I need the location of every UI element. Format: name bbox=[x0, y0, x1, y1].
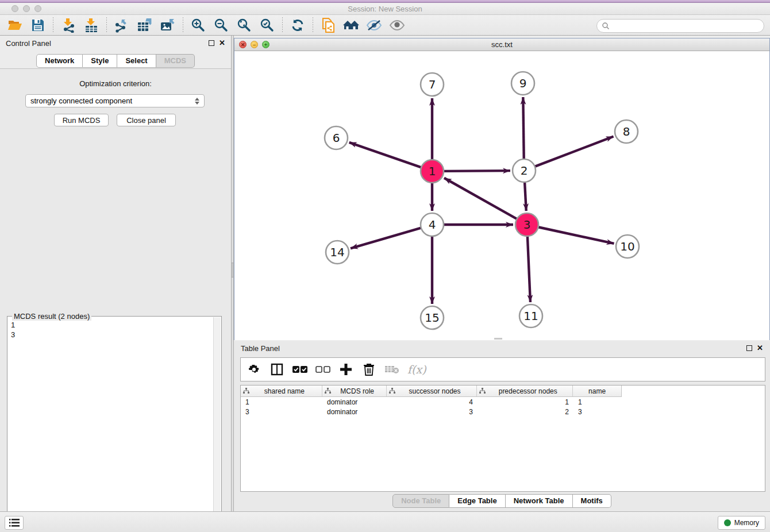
table-row[interactable]: 1dominator411 bbox=[241, 397, 765, 407]
zoom-in-icon[interactable] bbox=[188, 16, 208, 34]
edge-2-8[interactable] bbox=[535, 137, 614, 167]
add-column-icon[interactable] bbox=[338, 362, 353, 377]
zoom-window-icon[interactable] bbox=[34, 5, 41, 12]
cell-successor-nodes[interactable]: 3 bbox=[387, 408, 478, 416]
close-window-icon[interactable] bbox=[11, 5, 18, 12]
tab-mcds[interactable]: MCDS bbox=[156, 54, 195, 68]
column-header-predecessor-nodes[interactable]: predecessor nodes bbox=[477, 385, 573, 396]
refresh-view-icon[interactable] bbox=[288, 16, 307, 34]
cell-predecessor-nodes[interactable]: 2 bbox=[478, 408, 573, 416]
minimize-window-icon[interactable] bbox=[23, 5, 30, 12]
settings-gear-icon[interactable] bbox=[247, 362, 261, 377]
delete-column-icon[interactable] bbox=[361, 362, 376, 377]
search-field[interactable] bbox=[596, 19, 764, 33]
tab-select[interactable]: Select bbox=[117, 54, 156, 68]
import-network-icon[interactable] bbox=[59, 16, 78, 34]
close-table-panel-icon[interactable]: ✕ bbox=[757, 345, 763, 351]
splitter-handle[interactable] bbox=[232, 263, 233, 277]
network-close-icon[interactable]: ✕ bbox=[239, 41, 247, 48]
graph-node-14[interactable]: 14 bbox=[326, 241, 349, 264]
zoom-fit-icon[interactable] bbox=[234, 16, 254, 34]
edge-1-6[interactable] bbox=[349, 142, 421, 168]
houses-icon[interactable] bbox=[341, 16, 361, 34]
memory-button[interactable]: Memory bbox=[718, 516, 765, 530]
tab-node-table[interactable]: Node Table bbox=[392, 494, 449, 508]
function-builder-icon[interactable]: f(x) bbox=[407, 363, 426, 376]
column-header-MCDS-role[interactable]: MCDS role bbox=[322, 385, 387, 396]
tab-network[interactable]: Network bbox=[36, 54, 83, 68]
export-table-icon[interactable] bbox=[135, 16, 155, 34]
select-all-icon[interactable] bbox=[292, 362, 307, 377]
column-header-successor-nodes[interactable]: successor nodes bbox=[387, 385, 478, 396]
float-table-panel-icon[interactable] bbox=[746, 345, 752, 351]
edge-2-3[interactable] bbox=[525, 182, 526, 211]
network-minimize-icon[interactable]: – bbox=[251, 41, 258, 48]
node-table[interactable]: shared nameMCDS rolesuccessor nodesprede… bbox=[240, 385, 765, 492]
edge-2-9[interactable] bbox=[523, 97, 523, 159]
tab-network-table[interactable]: Network Table bbox=[506, 494, 573, 508]
graph-node-1[interactable]: 1 bbox=[421, 160, 444, 183]
float-panel-icon[interactable] bbox=[209, 40, 214, 46]
network-maximize-icon[interactable]: + bbox=[262, 41, 270, 48]
export-network-icon[interactable] bbox=[112, 16, 132, 34]
edge-3-1[interactable] bbox=[444, 178, 517, 219]
graph-node-6[interactable]: 6 bbox=[325, 126, 348, 149]
zoom-out-icon[interactable] bbox=[211, 16, 231, 34]
save-session-icon[interactable] bbox=[28, 16, 48, 34]
graph-node-7[interactable]: 7 bbox=[421, 73, 444, 96]
edge-1-2[interactable] bbox=[444, 171, 510, 171]
mcds-result-title: MCDS result (2 nodes) bbox=[12, 312, 91, 321]
open-file-icon[interactable] bbox=[5, 16, 25, 34]
graph-node-4[interactable]: 4 bbox=[421, 213, 444, 236]
graph-node-8[interactable]: 8 bbox=[615, 120, 638, 143]
network-graph[interactable]: 7968124314101511 bbox=[234, 51, 769, 340]
table-row[interactable]: 3dominator323 bbox=[241, 407, 765, 417]
mcds-result-list[interactable]: 13 bbox=[11, 320, 212, 530]
network-resize-handle[interactable] bbox=[494, 338, 502, 340]
cell-successor-nodes[interactable]: 4 bbox=[387, 398, 478, 406]
run-mcds-button[interactable]: Run MCDS bbox=[54, 114, 109, 126]
cell-shared-name[interactable]: 3 bbox=[241, 408, 322, 416]
graph-node-10[interactable]: 10 bbox=[616, 235, 639, 258]
network-window-titlebar[interactable]: ✕ – + scc.txt bbox=[234, 38, 769, 51]
graph-node-15[interactable]: 15 bbox=[421, 306, 444, 329]
cell-name[interactable]: 1 bbox=[573, 398, 622, 406]
tab-style[interactable]: Style bbox=[83, 54, 117, 68]
network-view-window: ✕ – + scc.txt 7968124314101511 bbox=[234, 38, 770, 340]
import-table-icon[interactable] bbox=[82, 16, 101, 34]
graph-node-9[interactable]: 9 bbox=[511, 72, 534, 95]
deselect-all-icon[interactable] bbox=[315, 362, 330, 377]
show-eye-icon[interactable] bbox=[387, 16, 407, 34]
cell-MCDS-role[interactable]: dominator bbox=[322, 408, 387, 416]
cell-predecessor-nodes[interactable]: 1 bbox=[478, 398, 573, 406]
graph-node-3[interactable]: 3 bbox=[515, 213, 538, 236]
cell-shared-name[interactable]: 1 bbox=[241, 398, 322, 406]
delete-table-icon[interactable] bbox=[384, 362, 399, 377]
tab-motifs[interactable]: Motifs bbox=[573, 494, 611, 508]
cell-name[interactable]: 3 bbox=[573, 408, 622, 416]
zoom-selected-icon[interactable] bbox=[257, 16, 277, 34]
table-panel-title: Table Panel bbox=[241, 344, 746, 353]
edge-3-11[interactable] bbox=[528, 236, 530, 302]
edge-4-14[interactable] bbox=[351, 228, 421, 249]
export-image-icon[interactable] bbox=[158, 16, 178, 34]
result-scrollbar[interactable] bbox=[213, 317, 221, 532]
network-snapshot-icon[interactable] bbox=[318, 16, 338, 34]
edge-3-10[interactable] bbox=[538, 227, 614, 244]
network-canvas[interactable]: 7968124314101511 bbox=[234, 51, 769, 340]
optimization-criterion-select[interactable]: strongly connected component bbox=[25, 94, 205, 107]
hide-selected-eye-icon[interactable] bbox=[364, 16, 384, 34]
graph-node-11[interactable]: 11 bbox=[519, 304, 542, 327]
cell-MCDS-role[interactable]: dominator bbox=[322, 398, 387, 406]
tab-edge-table[interactable]: Edge Table bbox=[449, 494, 505, 508]
graph-node-2[interactable]: 2 bbox=[513, 159, 536, 182]
task-history-button[interactable] bbox=[5, 516, 24, 530]
close-panel-button[interactable]: Close panel bbox=[117, 114, 176, 126]
column-visibility-icon[interactable] bbox=[270, 362, 284, 377]
column-header-shared-name[interactable]: shared name bbox=[241, 385, 322, 396]
window-traffic-lights[interactable] bbox=[11, 5, 41, 12]
control-panel-title: Control Panel bbox=[6, 39, 209, 48]
close-panel-icon[interactable]: ✕ bbox=[219, 40, 225, 46]
search-input[interactable] bbox=[610, 22, 764, 30]
column-header-name[interactable]: name bbox=[573, 385, 621, 396]
